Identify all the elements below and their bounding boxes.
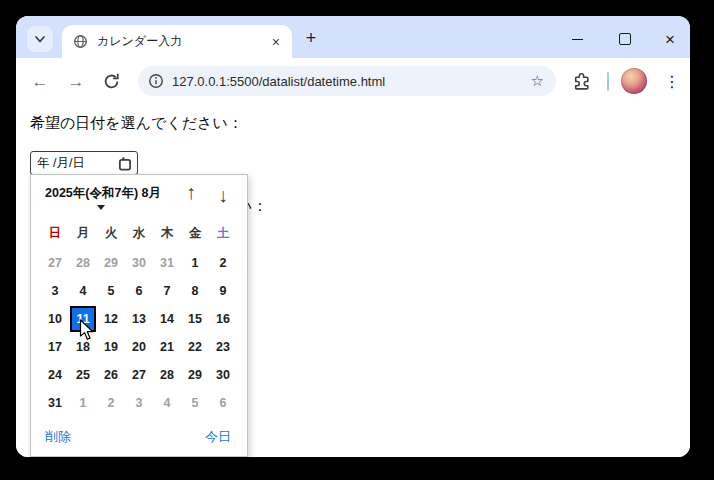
calendar-day[interactable]: 21	[153, 333, 181, 361]
clear-button[interactable]: 削除	[45, 428, 71, 446]
calendar-day[interactable]: 12	[97, 305, 125, 333]
calendar-day[interactable]: 4	[153, 389, 181, 417]
tab-close-button[interactable]: ×	[272, 35, 280, 49]
calendar-day[interactable]: 19	[97, 333, 125, 361]
puzzle-icon	[572, 72, 591, 91]
calendar-day[interactable]: 17	[41, 333, 69, 361]
calendar-day[interactable]: 4	[69, 277, 97, 305]
calendar-day[interactable]: 16	[209, 305, 237, 333]
weekday-label: 木	[153, 224, 181, 242]
calendar-day[interactable]: 5	[181, 389, 209, 417]
calendar-day[interactable]: 28	[69, 249, 97, 277]
tab-strip: カレンダー入力 × + ×	[16, 16, 690, 58]
browser-tab[interactable]: カレンダー入力 ×	[62, 25, 292, 58]
month-dropdown-caret-icon[interactable]	[97, 205, 105, 210]
calendar-day[interactable]: 31	[41, 389, 69, 417]
tab-title: カレンダー入力	[97, 33, 272, 50]
calendar-day[interactable]: 2	[97, 389, 125, 417]
calendar-day[interactable]: 7	[153, 277, 181, 305]
today-button[interactable]: 今日	[205, 428, 231, 446]
weekday-label: 月	[69, 224, 97, 242]
calendar-day[interactable]: 24	[41, 361, 69, 389]
maximize-icon	[619, 33, 631, 45]
extensions-button[interactable]	[572, 72, 591, 91]
minimize-icon	[572, 39, 583, 40]
date-input-value[interactable]: 年 /月/日	[37, 155, 118, 172]
mouse-cursor	[79, 319, 95, 341]
forward-button[interactable]: →	[64, 58, 88, 105]
calendar-icon[interactable]	[118, 156, 132, 171]
calendar-day[interactable]: 9	[209, 277, 237, 305]
calendar-day[interactable]: 6	[125, 277, 153, 305]
date-input[interactable]: 年 /月/日	[30, 151, 138, 175]
url-text[interactable]: 127.0.0.1:5500/datalist/datetime.html	[172, 74, 531, 89]
page-content: 希望の日付を選んでください： い： 年 /月/日 2025年(令和7年) 8月 …	[16, 106, 690, 457]
calendar-day[interactable]: 10	[41, 305, 69, 333]
calendar-day[interactable]: 15	[181, 305, 209, 333]
calendar-day[interactable]: 3	[41, 277, 69, 305]
calendar-day[interactable]: 27	[41, 249, 69, 277]
calendar-day[interactable]: 13	[125, 305, 153, 333]
calendar-day[interactable]: 6	[209, 389, 237, 417]
calendar-day[interactable]: 2	[209, 249, 237, 277]
page-heading: 希望の日付を選んでください：	[30, 114, 243, 133]
weekday-label: 水	[125, 224, 153, 242]
maximize-button[interactable]	[613, 27, 637, 51]
chevron-down-icon	[33, 32, 47, 46]
calendar-day[interactable]: 14	[153, 305, 181, 333]
close-window-button[interactable]: ×	[658, 27, 682, 51]
previous-month-button[interactable]: ↑	[181, 180, 201, 204]
calendar-day[interactable]: 31	[153, 249, 181, 277]
calendar-day[interactable]: 25	[69, 361, 97, 389]
calendar-month-label[interactable]: 2025年(令和7年) 8月	[45, 185, 161, 202]
next-month-button[interactable]: ↓	[213, 183, 233, 207]
calendar-day[interactable]: 22	[181, 333, 209, 361]
calendar-day[interactable]: 26	[97, 361, 125, 389]
browser-window: カレンダー入力 × + × ← → 127.0.0.1:5500/da	[16, 16, 690, 457]
weekday-row: 日月火水木金土	[41, 224, 237, 242]
calendar-day[interactable]: 28	[153, 361, 181, 389]
weekday-label: 金	[181, 224, 209, 242]
calendar-day[interactable]: 23	[209, 333, 237, 361]
new-tab-button[interactable]: +	[299, 26, 323, 50]
weekday-label: 土	[209, 224, 237, 242]
back-button[interactable]: ←	[28, 58, 52, 105]
toolbar-separator	[607, 72, 609, 91]
calendar-day[interactable]: 1	[181, 249, 209, 277]
calendar-day[interactable]: 30	[209, 361, 237, 389]
tab-search-button[interactable]	[27, 26, 53, 52]
calendar-day[interactable]: 29	[181, 361, 209, 389]
calendar-day[interactable]: 3	[125, 389, 153, 417]
calendar-day[interactable]: 20	[125, 333, 153, 361]
address-bar[interactable]: 127.0.0.1:5500/datalist/datetime.html ☆	[138, 66, 556, 96]
refresh-button[interactable]	[102, 72, 121, 91]
site-info-icon[interactable]	[148, 73, 164, 89]
calendar-day[interactable]: 27	[125, 361, 153, 389]
calendar-day[interactable]: 30	[125, 249, 153, 277]
calendar-day[interactable]: 29	[97, 249, 125, 277]
calendar-day[interactable]: 1	[69, 389, 97, 417]
calendar-popup: 2025年(令和7年) 8月 ↑ ↓ 日月火水木金土 2728293031123…	[30, 174, 248, 457]
minimize-button[interactable]	[565, 27, 589, 51]
browser-toolbar: ← → 127.0.0.1:5500/datalist/datetime.htm…	[16, 58, 690, 105]
weekday-label: 火	[97, 224, 125, 242]
calendar-day[interactable]: 8	[181, 277, 209, 305]
refresh-icon	[102, 72, 121, 91]
bookmark-star-icon[interactable]: ☆	[531, 72, 544, 90]
profile-avatar[interactable]	[621, 68, 647, 94]
calendar-grid: 2728293031123456789101112131415161718192…	[41, 249, 237, 417]
browser-menu-button[interactable]: ⋮	[662, 58, 682, 105]
globe-icon	[73, 34, 88, 49]
calendar-day[interactable]: 5	[97, 277, 125, 305]
weekday-label: 日	[41, 224, 69, 242]
